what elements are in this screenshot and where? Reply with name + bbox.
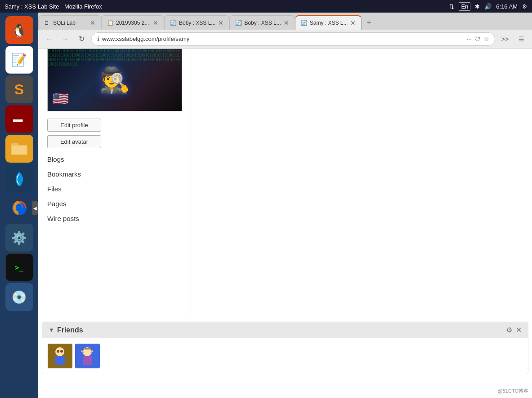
tab-favicon-boby2: 🔄 xyxy=(235,20,241,26)
forward-button[interactable]: → xyxy=(59,33,72,45)
edit-profile-button[interactable]: Edit profile xyxy=(47,119,101,132)
hacker-silhouette: 🕵️ xyxy=(99,66,130,95)
tab-label-boby2: Boby : XSS L... xyxy=(244,20,281,26)
friends-close-icon[interactable]: ✕ xyxy=(516,326,522,334)
friends-gear-icon[interactable]: ⚙ xyxy=(506,326,512,334)
sidebar-collapse-arrow[interactable]: ◀ xyxy=(32,201,38,215)
friend-avatar-1[interactable] xyxy=(48,344,72,368)
svg-rect-13 xyxy=(83,356,92,365)
friends-body xyxy=(42,338,528,374)
reload-button[interactable]: ↻ xyxy=(75,33,88,45)
svg-text:▬▬: ▬▬ xyxy=(13,115,23,124)
volume-icon: 🔊 xyxy=(484,3,492,10)
usa-flag: 🇺🇸 xyxy=(52,91,69,106)
nav-link-blogs[interactable]: Blogs xyxy=(47,152,182,167)
shield-icon[interactable]: 🛡 xyxy=(474,35,481,43)
clock: 6:16 AM xyxy=(496,3,518,10)
tab-close-20199305[interactable]: ✕ xyxy=(153,19,158,27)
tab-favicon-boby1: 🔄 xyxy=(170,20,176,26)
tab-boby2[interactable]: 🔄 Boby : XSS L... ✕ xyxy=(229,15,295,30)
bookmark-icon[interactable]: ☆ xyxy=(483,35,489,43)
tab-close-samy[interactable]: ✕ xyxy=(350,19,356,27)
friends-section: ▼ Friends ⚙ ✕ xyxy=(42,322,528,374)
nav-link-bookmarks[interactable]: Bookmarks xyxy=(47,167,182,181)
sidebar-item-text-editor[interactable]: 📝 xyxy=(5,46,33,74)
sidebar-item-wireshark[interactable] xyxy=(5,164,33,192)
overflow-button[interactable]: >> xyxy=(499,33,511,45)
profile-main xyxy=(191,49,532,318)
watermark: @51CTO博客 xyxy=(498,388,528,394)
profile-layout: 0101011010001010011010100101001001101010… xyxy=(38,49,532,318)
tab-favicon-20199305: 📋 xyxy=(107,20,113,26)
tab-samy[interactable]: 🔄 Samy : XSS L... ✕ xyxy=(295,15,362,30)
os-sidebar: 🐧 📝 S ▬▬ ◀ ⚙️ >_ 💿 xyxy=(0,13,38,398)
sidebar-item-files[interactable] xyxy=(5,135,33,163)
nav-link-files[interactable]: Files xyxy=(47,181,182,196)
tab-favicon-sqli: 🗒 xyxy=(44,20,50,26)
tab-close-boby2[interactable]: ✕ xyxy=(284,19,289,27)
tab-close-sqli[interactable]: ✕ xyxy=(90,19,95,27)
nav-link-pages[interactable]: Pages xyxy=(47,196,182,211)
tab-label-boby1: Boby : XSS L... xyxy=(179,20,215,26)
keyboard-icon: ⇅ xyxy=(449,3,454,10)
system-settings-icon[interactable]: ⚙ xyxy=(522,3,528,10)
friends-header-right: ⚙ ✕ xyxy=(506,326,522,334)
sidebar-item-dvd[interactable]: 💿 xyxy=(5,283,33,311)
os-topbar-left: Samy : XSS Lab Site - Mozilla Firefox xyxy=(4,3,102,10)
window-title: Samy : XSS Lab Site - Mozilla Firefox xyxy=(4,3,102,10)
friends-header-left: ▼ Friends xyxy=(49,326,83,334)
sidebar-item-sublime[interactable]: S xyxy=(5,75,33,103)
url-icons: ··· 🛡 ☆ xyxy=(466,35,489,43)
tab-label-20199305: 20199305 2... xyxy=(116,20,150,26)
new-tab-button[interactable]: + xyxy=(362,15,376,30)
svg-point-7 xyxy=(55,347,64,356)
back-button[interactable]: ← xyxy=(43,33,55,45)
tab-20199305[interactable]: 📋 20199305 2... ✕ xyxy=(101,15,164,30)
menu-button[interactable]: ☰ xyxy=(515,33,528,45)
secure-icon: ℹ xyxy=(97,35,99,42)
os-topbar: Samy : XSS Lab Site - Mozilla Firefox ⇅ … xyxy=(0,0,532,13)
url-options-icon[interactable]: ··· xyxy=(466,35,472,43)
friend-avatar-2[interactable] xyxy=(75,344,100,368)
friends-collapse-icon[interactable]: ▼ xyxy=(49,327,54,333)
friends-header: ▼ Friends ⚙ ✕ xyxy=(42,322,528,338)
sidebar-item-terminal-black[interactable]: >_ xyxy=(5,253,33,281)
svg-point-10 xyxy=(60,350,63,353)
web-page: 0101011010001010011010100101001001101010… xyxy=(38,49,532,398)
browser-window: 🗒 SQLi Lab ✕ 📋 20199305 2... ✕ 🔄 Boby : … xyxy=(38,13,532,398)
svg-point-9 xyxy=(57,350,59,353)
svg-rect-8 xyxy=(55,356,65,365)
url-bar[interactable]: ℹ www.xsslabelgg.com/profile/samy ··· 🛡 … xyxy=(91,32,495,46)
url-text: www.xsslabelgg.com/profile/samy xyxy=(102,35,464,42)
edit-avatar-button[interactable]: Edit avatar xyxy=(47,135,101,148)
tab-sqli[interactable]: 🗒 SQLi Lab ✕ xyxy=(38,15,101,30)
sidebar-item-firefox[interactable]: ◀ xyxy=(5,194,33,222)
tab-favicon-samy: 🔄 xyxy=(301,20,307,26)
profile-image: 0101011010001010011010100101001001101010… xyxy=(47,49,182,111)
sidebar-item-settings[interactable]: ⚙️ xyxy=(5,224,33,252)
sidebar-item-terminal-red[interactable]: ▬▬ xyxy=(5,105,33,133)
sidebar-item-ubuntu[interactable]: 🐧 xyxy=(5,16,33,44)
tab-boby1[interactable]: 🔄 Boby : XSS L... ✕ xyxy=(164,15,229,30)
os-topbar-right: ⇅ En ✱ 🔊 6:16 AM ⚙ xyxy=(449,2,528,11)
tab-label-sqli: SQLi Lab xyxy=(53,20,87,26)
nav-link-wire-posts[interactable]: Wire posts xyxy=(47,211,182,226)
bluetooth-icon: ✱ xyxy=(475,3,480,10)
tab-bar: 🗒 SQLi Lab ✕ 📋 20199305 2... ✕ 🔄 Boby : … xyxy=(38,13,532,30)
address-bar: ← → ↻ ℹ www.xsslabelgg.com/profile/samy … xyxy=(38,30,532,49)
tab-label-samy: Samy : XSS L... xyxy=(310,20,348,26)
friends-title: Friends xyxy=(57,326,83,334)
svg-rect-4 xyxy=(12,146,27,154)
language-indicator[interactable]: En xyxy=(459,2,470,11)
tab-close-boby1[interactable]: ✕ xyxy=(218,19,224,27)
profile-sidebar: 0101011010001010011010100101001001101010… xyxy=(38,49,191,318)
